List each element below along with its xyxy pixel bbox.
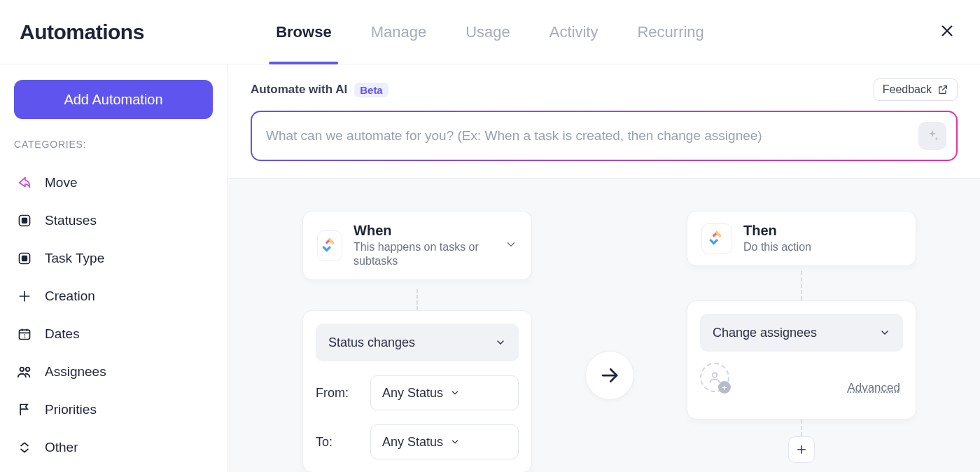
dates-icon: 1 [17,326,32,342]
ai-prompt-input[interactable] [266,128,918,144]
add-action-button[interactable] [788,436,815,463]
trigger-select[interactable]: Status changes [316,324,519,361]
advanced-link[interactable]: Advanced [847,381,900,395]
from-status-select[interactable]: Any Status [370,375,519,410]
ai-bar: Automate with AI Beta Feedback [228,64,980,179]
chevron-down-icon [450,437,460,447]
arrow-right-icon [599,365,620,386]
when-title: When [354,223,493,239]
other-icon [17,440,32,455]
when-chevron[interactable] [505,238,517,254]
when-subtitle: This happens on tasks or subtasks [354,240,493,268]
sidebar-item-label: Task Type [45,251,104,266]
sidebar-item-label: Dates [45,326,80,342]
add-assignee-button[interactable]: + [700,363,729,392]
sidebar-item-other[interactable]: Other [14,429,214,466]
external-link-icon [937,84,948,95]
svg-point-13 [20,368,24,372]
trigger-select-label: Status changes [328,335,415,350]
move-icon [17,175,32,190]
svg-rect-5 [22,256,27,261]
sidebar-item-label: Move [45,175,77,190]
sidebar-item-dates[interactable]: 1 Dates [14,315,214,353]
builder-canvas: When This happens on tasks or subtasks [228,179,980,472]
assignees-icon [17,364,32,380]
svg-point-16 [713,373,718,377]
sidebar-item-label: Other [45,440,78,455]
arrow-separator [585,351,634,400]
from-status-value: Any Status [382,386,443,401]
action-select[interactable]: Change assignees [700,314,903,352]
main-panel: Automate with AI Beta Feedback [228,64,980,472]
add-automation-button[interactable]: Add Automation [14,80,213,119]
svg-text:1: 1 [23,333,26,338]
to-status-select[interactable]: Any Status [370,424,519,459]
beta-badge: Beta [354,83,388,97]
chevron-down-icon [495,337,506,348]
sidebar: Add Automation CATEGORIES: Move Statuses [0,64,228,472]
plus-icon: + [718,381,731,394]
sidebar-item-label: Priorities [45,402,97,417]
sidebar-item-move[interactable]: Move [14,164,214,202]
to-status-value: Any Status [382,435,443,450]
tab-bar: Browse Manage Usage Activity Recurring [273,0,707,64]
sidebar-item-creation[interactable]: Creation [14,277,214,315]
task-type-icon [17,251,32,266]
action-card: Change assignees + Advanced [687,300,916,419]
then-title: Then [743,223,811,239]
feedback-button[interactable]: Feedback [874,78,958,101]
statuses-icon [17,213,32,228]
ai-title-text: Automate with AI [251,83,347,97]
chevron-down-icon [450,388,460,398]
sidebar-item-label: Creation [45,289,95,304]
sidebar-item-task-type[interactable]: Task Type [14,240,214,277]
tab-recurring[interactable]: Recurring [634,0,706,64]
svg-point-14 [26,368,30,372]
categories-heading: CATEGORIES: [14,139,214,150]
clickup-icon [317,230,342,261]
tab-activity[interactable]: Activity [547,0,601,64]
sidebar-item-label: Assignees [45,364,106,380]
sidebar-item-priorities[interactable]: Priorities [14,391,214,429]
plus-icon [795,443,808,456]
then-card: Then Do this action [687,211,916,266]
when-card: When This happens on tasks or subtasks [302,211,532,280]
chevron-down-icon [505,238,517,251]
feedback-label: Feedback [883,83,932,96]
tab-browse[interactable]: Browse [273,0,334,64]
ai-generate-button[interactable] [918,122,946,150]
tab-usage[interactable]: Usage [463,0,513,64]
page-title: Automations [20,20,144,44]
chevron-down-icon [879,327,890,338]
connector-line [801,271,802,300]
ai-input-wrap [251,111,958,161]
clickup-icon [701,223,732,254]
header: Automations Browse Manage Usage Activity… [0,0,980,64]
trigger-card: Status changes From: Any Status To: [302,310,532,472]
from-label: From: [316,386,359,401]
connector-line [416,289,418,310]
sidebar-item-label: Statuses [45,213,97,228]
then-subtitle: Do this action [743,240,811,254]
sidebar-item-statuses[interactable]: Statuses [14,202,214,240]
sidebar-item-assignees[interactable]: Assignees [14,353,214,391]
tab-manage[interactable]: Manage [368,0,430,64]
creation-icon [17,289,32,304]
priorities-icon [17,402,32,417]
connector-line [801,419,802,436]
action-select-label: Change assignees [713,326,817,340]
svg-rect-3 [22,218,27,223]
sparkle-icon [925,129,939,143]
to-label: To: [316,435,359,450]
ai-title: Automate with AI Beta [251,83,388,97]
close-button[interactable] [939,23,955,41]
